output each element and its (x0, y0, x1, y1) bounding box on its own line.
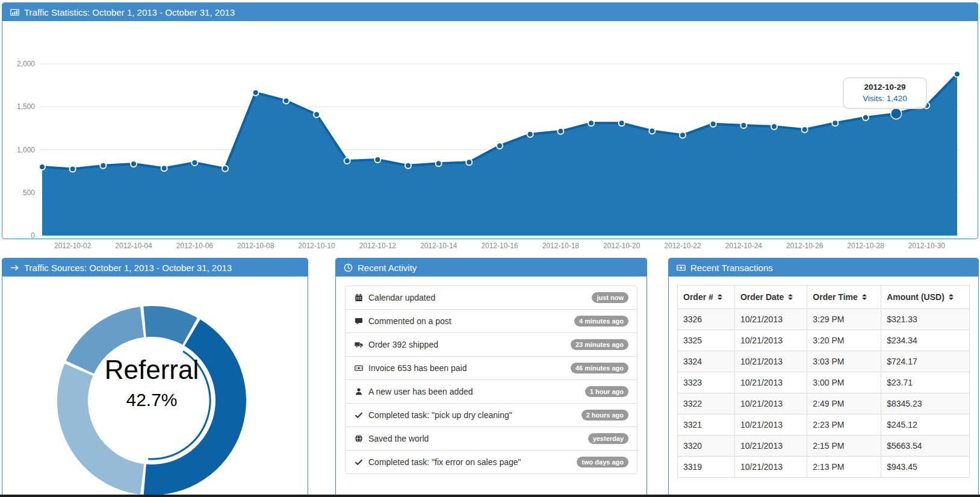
cell: 3:29 PM (807, 309, 881, 330)
cell: $234.34 (881, 330, 970, 351)
chart-tooltip: 2012-10-29 Visits: 1,420 (843, 77, 927, 109)
activity-text: Invoice 653 has been paid (368, 363, 467, 373)
svg-text:2012-10-24: 2012-10-24 (725, 242, 763, 250)
column-header-order-time[interactable]: Order Time (807, 286, 881, 309)
long-arrow-right-icon (10, 263, 19, 272)
svg-text:42.7%: 42.7% (126, 390, 177, 410)
svg-text:2012-10-04: 2012-10-04 (115, 242, 152, 250)
cell: $23.71 (881, 372, 970, 393)
activity-item: Calendar updatedjust now (346, 286, 637, 309)
svg-text:2012-10-18: 2012-10-18 (542, 242, 580, 250)
svg-text:2012-10-10: 2012-10-10 (298, 242, 335, 250)
cell: 10/21/2013 (734, 372, 807, 393)
recent-activity-title: Recent Activity (358, 263, 417, 273)
recent-transactions-header: Recent Transactions (669, 258, 978, 277)
svg-text:500: 500 (23, 189, 35, 197)
traffic-statistics-title: Traffic Statistics: October 1, 2013 - Oc… (24, 7, 235, 17)
cell: 10/21/2013 (734, 330, 807, 351)
sort-icon (862, 294, 867, 300)
cell: $245.12 (881, 414, 970, 436)
cell: 3325 (678, 330, 735, 351)
activity-text: Order 392 shipped (368, 340, 438, 349)
cell: 3326 (678, 309, 735, 330)
cell: $5663.54 (881, 436, 970, 457)
svg-text:2012-10-14: 2012-10-14 (420, 242, 457, 250)
traffic-sources-header: Traffic Sources: October 1, 2013 - Octob… (2, 258, 308, 277)
bottom-dark-bar (0, 495, 980, 497)
svg-text:Referral: Referral (105, 355, 199, 384)
activity-text: Commented on a post (368, 316, 451, 326)
transaction-row: 332510/21/20133:20 PM$234.34 (678, 330, 970, 351)
svg-text:2012-10-08: 2012-10-08 (237, 242, 274, 250)
check-icon (354, 411, 364, 419)
cell: 2:13 PM (807, 457, 881, 478)
svg-text:2,000: 2,000 (17, 60, 35, 68)
activity-item: A new user has been added1 hour ago (346, 380, 637, 403)
money-icon (354, 364, 364, 372)
traffic-statistics-panel: Traffic Statistics: October 1, 2013 - Oc… (2, 2, 978, 239)
cell: 3321 (678, 414, 735, 436)
recent-transactions-title: Recent Transactions (690, 263, 773, 273)
svg-text:2012-10-28: 2012-10-28 (847, 242, 884, 250)
column-header-order-date[interactable]: Order Date (734, 286, 807, 309)
svg-text:2012-10-30: 2012-10-30 (908, 242, 946, 250)
time-badge: 4 minutes ago (574, 316, 628, 327)
cell: 10/21/2013 (734, 436, 807, 457)
cell: 10/21/2013 (734, 393, 807, 414)
time-badge: two days ago (577, 457, 628, 467)
time-badge: 23 minutes ago (571, 339, 628, 350)
transaction-row: 332310/21/20133:00 PM$23.71 (678, 372, 970, 393)
cell: 2:15 PM (807, 436, 881, 457)
activity-text: Completed task: "fix error on sales page… (368, 457, 521, 467)
visits-area-chart[interactable]: 05001,0001,5002,0002012-10-022012-10-042… (2, 39, 978, 257)
activity-text: A new user has been added (368, 387, 473, 396)
activity-list: Calendar updatedjust nowCommented on a p… (345, 286, 637, 474)
svg-text:2012-10-12: 2012-10-12 (359, 242, 397, 250)
activity-item: Completed task: "pick up dry cleaning"2 … (346, 403, 637, 427)
cell: $8345.23 (881, 393, 970, 414)
transactions-table: Order #Order DateOrder TimeAmount (USD) … (677, 285, 970, 478)
cell: 3:03 PM (807, 351, 881, 372)
bar-chart-icon (10, 8, 19, 17)
recent-transactions-panel: Recent Transactions Order #Order DateOrd… (668, 258, 979, 497)
cell: $321.33 (881, 309, 970, 330)
traffic-sources-donut-chart[interactable]: Referral42.7% (2, 277, 308, 495)
activity-item: Invoice 653 has been paid46 minutes ago (346, 356, 637, 380)
activity-text: Saved the world (368, 434, 429, 443)
svg-text:0: 0 (31, 231, 35, 240)
traffic-statistics-header: Traffic Statistics: October 1, 2013 - Oc… (2, 3, 978, 21)
sort-icon (949, 294, 954, 300)
activity-item: Saved the worldyesterday (346, 427, 637, 450)
clock-icon (344, 263, 353, 272)
cell: 10/21/2013 (734, 414, 807, 436)
cell: 10/21/2013 (734, 351, 807, 372)
time-badge: 46 minutes ago (571, 363, 628, 374)
svg-text:2012-10-02: 2012-10-02 (54, 242, 91, 250)
comment-icon (354, 317, 364, 325)
time-badge: yesterday (588, 433, 628, 444)
svg-text:2012-10-16: 2012-10-16 (481, 242, 518, 250)
truck-icon (354, 340, 364, 349)
activity-item: Completed task: "fix error on sales page… (346, 450, 637, 474)
cell: 2:49 PM (807, 393, 881, 414)
activity-text: Completed task: "pick up dry cleaning" (368, 410, 512, 420)
svg-text:2012-10-26: 2012-10-26 (786, 242, 823, 250)
column-header-order-[interactable]: Order # (678, 286, 735, 309)
activity-item: Commented on a post4 minutes ago (346, 309, 637, 333)
cell: 3322 (678, 393, 735, 414)
traffic-sources-title: Traffic Sources: October 1, 2013 - Octob… (24, 263, 232, 273)
transaction-row: 332110/21/20132:23 PM$245.12 (678, 414, 970, 436)
cell: 10/21/2013 (734, 309, 807, 330)
cell: 2:23 PM (807, 414, 881, 436)
recent-activity-panel: Recent Activity Calendar updatedjust now… (335, 258, 647, 497)
column-header-amount-usd-[interactable]: Amount (USD) (881, 286, 970, 309)
cell: 3:00 PM (807, 372, 881, 393)
transaction-row: 331910/21/20132:13 PM$943.45 (678, 457, 970, 478)
cell: 3319 (678, 457, 735, 478)
cell: 10/21/2013 (734, 457, 807, 478)
transaction-row: 332010/21/20132:15 PM$5663.54 (678, 436, 970, 457)
svg-text:1,000: 1,000 (17, 146, 35, 154)
globe-icon (354, 434, 364, 443)
cell: 3324 (678, 351, 735, 372)
activity-text: Calendar updated (368, 293, 435, 302)
